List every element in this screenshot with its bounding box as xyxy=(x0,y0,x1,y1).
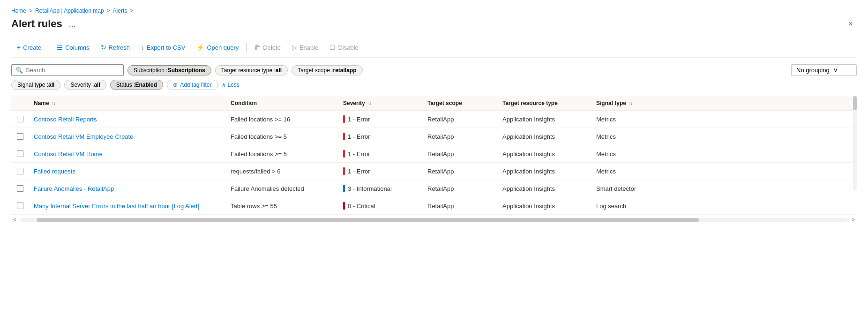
row-target-scope: RetailApp xyxy=(422,111,497,128)
row-target-scope: RetailApp xyxy=(422,128,497,145)
toolbar: + Create ☰ Columns ↻ Refresh ↓ Export to… xyxy=(11,38,857,58)
severity-bar xyxy=(343,185,345,192)
row-checkbox[interactable] xyxy=(17,150,23,157)
table-body: Contoso Retail Reports Failed locations … xyxy=(11,111,857,215)
row-checkbox-cell xyxy=(11,163,28,180)
signal-type-filter[interactable]: Signal type : all xyxy=(11,80,60,90)
row-name[interactable]: Contoso Retail VM Employee Create xyxy=(28,128,225,145)
row-severity: 3 - Informational xyxy=(337,180,422,197)
horizontal-scrollbar[interactable] xyxy=(20,218,848,222)
row-severity: 1 - Error xyxy=(337,111,422,128)
row-target-resource-type: Application Insights xyxy=(497,128,591,145)
row-name[interactable]: Many Internal Server Errors in the last … xyxy=(28,197,225,214)
filters-line1: 🔍 Subscription : Subscriptions Target re… xyxy=(11,64,791,76)
scroll-left-arrow[interactable]: < xyxy=(11,216,18,224)
row-name[interactable]: Failure Anomalies - RetailApp xyxy=(28,180,225,197)
row-condition: requests/failed > 6 xyxy=(225,163,337,180)
row-checkbox[interactable] xyxy=(17,168,23,174)
row-target-resource-type: Application Insights xyxy=(497,180,591,197)
plus-icon: + xyxy=(17,44,21,51)
ellipsis-button[interactable]: ... xyxy=(66,18,79,30)
th-signal-type: Signal type ↑↓ xyxy=(591,96,661,110)
search-input[interactable] xyxy=(26,67,120,74)
delete-button[interactable]: 🗑 Delete xyxy=(248,41,286,53)
table-row: Contoso Retail VM Employee Create Failed… xyxy=(11,128,857,145)
breadcrumb-home[interactable]: Home xyxy=(11,8,26,14)
scroll-right-arrow[interactable]: > xyxy=(850,216,857,224)
toolbar-divider-2 xyxy=(246,43,247,52)
row-checkbox-cell xyxy=(11,111,28,128)
table-row: Failure Anomalies - RetailApp Failure An… xyxy=(11,180,857,197)
tag-icon: ⊕ xyxy=(173,82,178,88)
export-icon: ↓ xyxy=(141,44,144,51)
row-checkbox[interactable] xyxy=(17,133,23,140)
breadcrumb-retailapp[interactable]: RetailApp | Application map xyxy=(35,8,104,14)
vertical-scrollbar[interactable] xyxy=(853,96,857,190)
target-resource-type-filter[interactable]: Target resource type : all xyxy=(215,65,288,75)
row-severity: 1 - Error xyxy=(337,128,422,145)
severity-text: 1 - Error xyxy=(348,133,370,140)
severity-sort-icon[interactable]: ↑↓ xyxy=(367,101,372,106)
refresh-icon: ↻ xyxy=(101,44,106,51)
row-target-resource-type: Application Insights xyxy=(497,163,591,180)
create-button[interactable]: + Create xyxy=(11,41,47,53)
row-checkbox-cell xyxy=(11,128,28,145)
breadcrumb-alerts[interactable]: Alerts xyxy=(113,8,127,14)
severity-text: 1 - Error xyxy=(348,116,370,123)
row-target-scope: RetailApp xyxy=(422,163,497,180)
search-box[interactable]: 🔍 xyxy=(11,64,124,76)
columns-icon: ☰ xyxy=(57,44,63,51)
row-signal-type: Metrics xyxy=(591,163,661,180)
th-condition: Condition xyxy=(225,96,337,110)
disable-button[interactable]: ☐ Disable xyxy=(324,41,364,53)
row-target-resource-type: Application Insights xyxy=(497,197,591,214)
severity-bar xyxy=(343,167,345,175)
severity-bar xyxy=(343,115,345,123)
target-scope-filter[interactable]: Target scope : retailapp xyxy=(292,65,362,75)
severity-text: 1 - Error xyxy=(348,168,370,175)
table-row: Contoso Retail VM Home Failed locations … xyxy=(11,145,857,163)
search-icon: 🔍 xyxy=(15,67,23,74)
columns-button[interactable]: ☰ Columns xyxy=(51,41,95,53)
row-target-resource-type: Application Insights xyxy=(497,145,591,162)
signal-type-sort-icon[interactable]: ↑↓ xyxy=(628,101,633,106)
status-filter[interactable]: Status : Enabled xyxy=(110,80,163,90)
row-severity: 1 - Error xyxy=(337,163,422,180)
query-icon: ⚡ xyxy=(196,44,204,51)
row-checkbox[interactable] xyxy=(17,116,23,122)
row-condition: Failed locations >= 5 xyxy=(225,145,337,162)
breadcrumb: Home > RetailApp | Application map > Ale… xyxy=(11,8,857,14)
grouping-dropdown[interactable]: No grouping ∨ xyxy=(791,64,857,76)
row-condition: Table rows >= 55 xyxy=(225,197,337,214)
chevron-down-icon: ∨ xyxy=(833,67,838,74)
add-tag-button[interactable]: ⊕ Add tag filter xyxy=(167,80,217,90)
row-checkbox[interactable] xyxy=(17,203,23,209)
row-name[interactable]: Contoso Retail VM Home xyxy=(28,145,225,162)
severity-filter[interactable]: Severity : all xyxy=(64,80,106,90)
export-button[interactable]: ↓ Export to CSV xyxy=(135,41,191,53)
table-row: Failed requests requests/failed > 6 1 - … xyxy=(11,163,857,180)
name-sort-icon[interactable]: ↑↓ xyxy=(51,101,56,106)
close-button[interactable]: × xyxy=(844,18,857,30)
severity-text: 0 - Critical xyxy=(348,203,375,210)
row-checkbox-cell xyxy=(11,145,28,162)
toolbar-divider-1 xyxy=(49,43,49,52)
th-target-scope: Target scope xyxy=(422,96,497,110)
horizontal-scrollbar-area: < > xyxy=(11,216,857,224)
refresh-button[interactable]: ↻ Refresh xyxy=(95,41,136,53)
row-target-scope: RetailApp xyxy=(422,180,497,197)
row-name[interactable]: Contoso Retail Reports xyxy=(28,111,225,128)
subscription-filter[interactable]: Subscription : Subscriptions xyxy=(127,65,211,75)
row-target-scope: RetailApp xyxy=(422,145,497,162)
row-checkbox[interactable] xyxy=(17,185,23,192)
open-query-button[interactable]: ⚡ Open query xyxy=(191,41,244,53)
less-button[interactable]: ∧ Less xyxy=(222,82,239,88)
row-name[interactable]: Failed requests xyxy=(28,163,225,180)
filters-right: No grouping ∨ xyxy=(791,64,857,76)
table-row: Many Internal Server Errors in the last … xyxy=(11,197,857,215)
row-condition: Failure Anomalies detected xyxy=(225,180,337,197)
filters-row: 🔍 Subscription : Subscriptions Target re… xyxy=(11,64,857,90)
delete-icon: 🗑 xyxy=(254,44,261,51)
row-condition: Failed locations >= 5 xyxy=(225,128,337,145)
enable-button[interactable]: ▷ Enable xyxy=(286,41,324,53)
